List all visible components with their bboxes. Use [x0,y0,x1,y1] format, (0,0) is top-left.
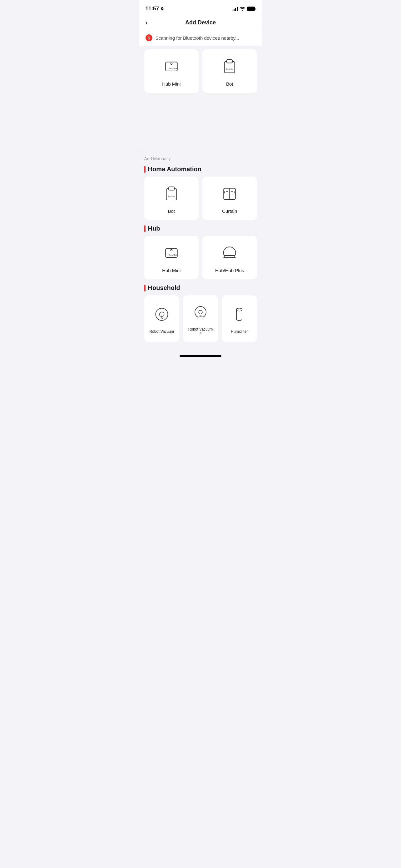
svg-point-21 [161,318,162,319]
svg-point-23 [199,310,202,314]
bot-manual-card[interactable]: SwitchBot Bot [144,177,199,220]
curtain-manual-label: Curtain [222,208,237,214]
hub-mini-manual-icon: SwitchBot [162,243,181,264]
home-indicator-container [139,347,262,366]
back-button[interactable]: ‹ [145,19,148,27]
page-header: ‹ Add Device [139,16,262,30]
bot-nearby-label: Bot [226,81,233,87]
signal-strength [232,6,238,11]
hub-indicator [144,225,145,232]
svg-text:SwitchBot: SwitchBot [169,67,177,69]
bot-nearby-card[interactable]: SwitchBot Bot [202,50,257,93]
svg-text:SwitchBot: SwitchBot [168,195,175,197]
battery-icon [247,6,256,11]
location-icon [160,7,164,11]
hub-plus-icon [220,243,239,264]
home-automation-title: Home Automation [148,165,201,173]
add-manually-label: Add Manually [144,156,257,161]
humidifier-icon [230,305,248,325]
svg-rect-1 [255,8,256,10]
status-icons [232,6,256,11]
hub-mini-nearby-label: Hub Mini [162,81,180,87]
bot-manual-icon: SwitchBot [162,184,181,204]
svg-point-16 [170,249,172,251]
hub-mini-icon: SwitchBot [162,57,181,77]
home-automation-header: Home Automation [144,165,257,173]
household-grid: Robot Vacuum Robot Vacuum 2 [144,295,257,342]
svg-rect-6 [227,60,232,63]
hub-mini-manual-label: Hub Mini [162,268,180,273]
household-header: Household [144,284,257,291]
add-manually-section: Add Manually [139,151,262,161]
home-automation-section: Home Automation SwitchBot Bot [139,165,262,225]
robot-vac-label: Robot Vacuum [149,329,174,334]
hub-plus-manual-card[interactable]: Hub/Hub Plus [202,236,257,279]
home-automation-grid: SwitchBot Bot Curtain [144,177,257,220]
home-automation-indicator [144,166,145,173]
robot-vac2-label: Robot Vacuum 2 [188,327,213,336]
page-title: Add Device [185,19,216,26]
humidifier-label: Humidifier [231,329,248,334]
scanning-indicator: S [145,34,153,41]
svg-rect-0 [247,7,255,11]
svg-rect-13 [226,191,228,192]
household-title: Household [148,284,180,291]
svg-point-3 [170,63,172,64]
status-bar: 11:57 [139,0,262,16]
hub-plus-manual-label: Hub/Hub Plus [215,268,244,273]
robot-vac2-card[interactable]: Robot Vacuum 2 [183,295,218,342]
robot-vac-icon [153,305,171,325]
robot-vac2-icon [191,303,210,323]
curtain-manual-card[interactable]: Curtain [202,177,257,220]
scanning-bar: S Scanning for Bluetooth devices nearby.… [139,30,262,45]
svg-text:SwitchBot: SwitchBot [226,68,233,70]
robot-vac-card[interactable]: Robot Vacuum [144,295,179,342]
wifi-icon [239,6,245,11]
nearby-devices-section: SwitchBot Hub Mini SwitchBot Bot [139,46,262,98]
household-section: Household Robot Vacuum [139,284,262,347]
scanning-text: Scanning for Bluetooth devices nearby... [156,35,239,41]
empty-space [139,98,262,148]
svg-rect-14 [231,191,233,192]
hub-mini-nearby-card[interactable]: SwitchBot Hub Mini [144,50,199,93]
hub-header: Hub [144,225,257,232]
hub-title: Hub [148,225,160,232]
svg-point-26 [236,308,242,311]
svg-point-24 [200,315,201,317]
humidifier-card[interactable]: Humidifier [222,295,257,342]
svg-rect-25 [198,317,203,318]
curtain-icon [220,184,239,204]
bot-manual-label: Bot [168,208,175,214]
svg-text:SwitchBot: SwitchBot [169,254,177,256]
hub-grid: SwitchBot Hub Mini Hub/Hub Plus [144,236,257,279]
hub-section: Hub SwitchBot Hub Mini Hub [139,225,262,284]
svg-rect-9 [169,187,174,190]
hub-mini-manual-card[interactable]: SwitchBot Hub Mini [144,236,199,279]
svg-point-20 [159,312,164,317]
clock: 11:57 [145,6,159,12]
status-time: 11:57 [145,6,164,12]
household-indicator [144,285,145,291]
nearby-device-grid: SwitchBot Hub Mini SwitchBot Bot [144,50,257,93]
bot-icon: SwitchBot [220,57,239,77]
home-indicator [179,355,222,357]
